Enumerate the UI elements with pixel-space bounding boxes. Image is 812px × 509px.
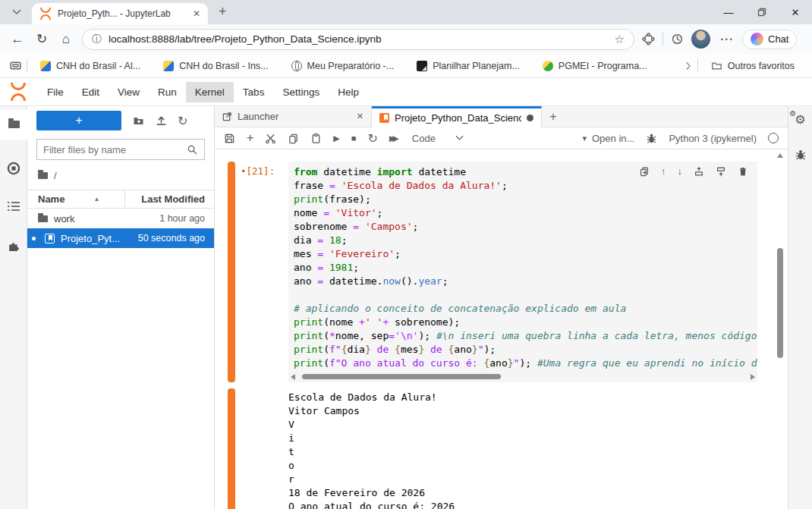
paste-cells-icon[interactable]: [310, 133, 322, 144]
upload-icon[interactable]: [156, 115, 167, 127]
unsaved-changes-dot[interactable]: [527, 115, 533, 121]
other-favorites-button[interactable]: Outros favoritos: [703, 57, 803, 75]
code-line: print(*nome, sep='\n'); #\n inseri uma q…: [294, 329, 753, 343]
favorite-star-icon[interactable]: ☆: [615, 33, 625, 46]
tab-notebook[interactable]: Projeto_Python_Data_Science: [372, 106, 542, 127]
home-icon[interactable]: ⌂: [58, 32, 74, 47]
minimize-button[interactable]: —: [712, 0, 745, 24]
code-line: ano = 1981;: [294, 261, 753, 275]
new-launcher-button[interactable]: +: [36, 111, 121, 130]
open-in-dropdown[interactable]: Open in...: [592, 133, 634, 144]
history-icon[interactable]: [671, 33, 684, 46]
profile-avatar[interactable]: [691, 30, 710, 49]
property-inspector-icon[interactable]: ⚙ ⚙: [795, 114, 805, 126]
horizontal-scrollbar-thumb[interactable]: [302, 374, 501, 379]
browser-navbar: ← ↻ ⌂ ⓘ localhost:8888/lab/tree/Projeto_…: [0, 24, 812, 54]
move-cell-up-icon[interactable]: ↑: [661, 165, 666, 177]
bookmark-label: CNH do Brasil - Al...: [56, 61, 140, 71]
menu-file[interactable]: File: [38, 82, 73, 102]
code-cell[interactable]: •[21]: from datetime import datetimefras…: [228, 162, 757, 382]
tab-launcher[interactable]: Launcher ✕: [215, 106, 372, 127]
file-row[interactable]: Projeto_Pyt...50 seconds ago: [27, 228, 214, 248]
tab-close-icon[interactable]: ✕: [357, 112, 364, 121]
horizontal-scrollbar[interactable]: [291, 372, 755, 381]
menu-help[interactable]: Help: [329, 82, 368, 102]
output-cell[interactable]: Escola de Dados da Alura!Vitor CamposVit…: [228, 388, 757, 509]
new-dock-tab-button[interactable]: +: [542, 106, 565, 127]
refresh-file-list-icon[interactable]: ↻: [178, 114, 187, 128]
browser-essentials-icon[interactable]: [642, 33, 655, 46]
left-activity-bar: [0, 106, 27, 509]
notebook-scrollbar-thumb[interactable]: [777, 248, 783, 358]
menu-settings[interactable]: Settings: [273, 82, 329, 102]
browser-menu-icon[interactable]: ⋯: [718, 31, 735, 47]
file-filter-input[interactable]: [43, 144, 187, 156]
copilot-chat-button[interactable]: Chat: [742, 30, 797, 49]
scroll-left-arrow[interactable]: [291, 374, 295, 380]
kernel-status-icon[interactable]: [768, 133, 779, 143]
cell-collapser[interactable]: [228, 162, 235, 382]
sidebar-tab-file-browser[interactable]: [0, 109, 28, 140]
home-folder-icon[interactable]: [38, 172, 48, 179]
debugger-icon[interactable]: [646, 133, 657, 144]
bookmark-item[interactable]: Meu Preparatório -...: [283, 57, 403, 75]
menu-edit[interactable]: Edit: [73, 82, 109, 102]
sidebar-tab-running[interactable]: [0, 153, 27, 184]
cell-type-select[interactable]: Code: [412, 133, 464, 144]
file-browser-panel: + ↻ / Name ▲ Last Modified: [27, 106, 215, 509]
table-of-contents-icon: [7, 200, 20, 212]
breadcrumb[interactable]: /: [27, 163, 214, 187]
caret-down-icon: ▾: [582, 134, 587, 143]
insert-cell-icon[interactable]: +: [247, 131, 253, 145]
output-collapser[interactable]: [228, 388, 235, 509]
sidebar-tab-toc[interactable]: [0, 191, 27, 222]
file-row[interactable]: work1 hour ago: [27, 209, 214, 228]
menu-tabs[interactable]: Tabs: [234, 82, 274, 102]
column-last-modified[interactable]: Last Modified: [124, 190, 214, 208]
menu-run[interactable]: Run: [149, 82, 186, 102]
interrupt-kernel-icon[interactable]: ■: [351, 134, 357, 143]
sidebar-tab-extensions[interactable]: [0, 231, 27, 261]
bookmarks-overflow-icon[interactable]: [684, 61, 693, 71]
save-icon[interactable]: [224, 133, 235, 144]
code-line: mes = 'Fevereiro';: [294, 247, 753, 261]
duplicate-cell-icon[interactable]: [639, 166, 650, 177]
scroll-up-arrow[interactable]: [777, 153, 783, 158]
tab-search-button[interactable]: [6, 4, 27, 20]
bookmark-item[interactable]: Planilhar Planejam...: [408, 57, 528, 75]
scroll-right-arrow[interactable]: [751, 374, 755, 380]
notebook-toolbar: + ▶ ■ ↻ ▶▶ Code ▾ Open in...: [215, 127, 788, 149]
run-cell-icon[interactable]: ▶: [333, 134, 339, 143]
back-icon[interactable]: ←: [9, 32, 26, 47]
refresh-icon[interactable]: ↻: [33, 31, 50, 47]
window-close-button[interactable]: ✕: [779, 0, 812, 24]
restore-button[interactable]: [745, 0, 779, 24]
kernel-name[interactable]: Python 3 (ipykernel): [669, 133, 757, 144]
notebook-scrollbar[interactable]: [776, 151, 784, 509]
browser-tab[interactable]: Projeto_Pyth... - JupyterLab ✕: [32, 3, 208, 24]
menu-kernel[interactable]: Kernel: [186, 82, 234, 102]
apps-icon[interactable]: [9, 59, 22, 72]
bookmark-item[interactable]: CNH do Brasil - Ins...: [155, 57, 276, 75]
debugger-sidebar-icon[interactable]: [795, 149, 807, 161]
insert-cell-above-icon[interactable]: [694, 166, 704, 177]
cut-cells-icon[interactable]: [265, 133, 276, 144]
insert-cell-below-icon[interactable]: [716, 166, 726, 177]
url-text[interactable]: localhost:8888/lab/tree/Projeto_Python_D…: [109, 33, 608, 45]
menu-view[interactable]: View: [109, 82, 149, 102]
site-info-icon[interactable]: ⓘ: [92, 33, 102, 46]
file-filter-box[interactable]: [36, 139, 205, 160]
column-name[interactable]: Name ▲: [27, 193, 124, 205]
new-folder-icon[interactable]: [132, 115, 145, 127]
address-bar[interactable]: ⓘ localhost:8888/lab/tree/Projeto_Python…: [82, 29, 634, 50]
restart-kernel-icon[interactable]: ↻: [367, 131, 377, 146]
code-editor[interactable]: from datetime import datetimefrase = 'Es…: [288, 162, 757, 382]
bookmark-item[interactable]: PGMEI - Programa...: [534, 57, 656, 75]
delete-cell-icon[interactable]: [738, 166, 748, 177]
move-cell-down-icon[interactable]: ↓: [678, 165, 683, 177]
restart-run-all-icon[interactable]: ▶▶: [389, 134, 396, 143]
copy-cells-icon[interactable]: [288, 133, 299, 144]
new-tab-button[interactable]: +: [219, 5, 227, 18]
tab-close-icon[interactable]: ✕: [193, 9, 200, 18]
bookmark-item[interactable]: CNH do Brasil - Al...: [32, 57, 149, 75]
